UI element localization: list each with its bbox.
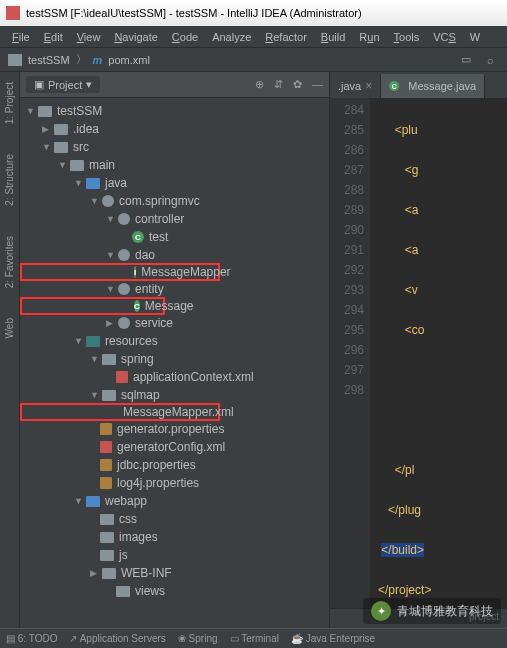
app-icon [6, 6, 20, 20]
tree-node-service[interactable]: ▶service [20, 314, 329, 332]
maven-icon: m [93, 54, 103, 66]
tree-node-gencfg[interactable]: generatorConfig.xml [20, 438, 329, 456]
tree-node-dao[interactable]: ▼dao [20, 246, 329, 264]
tree-node-main[interactable]: ▼main [20, 156, 329, 174]
tree-node-css[interactable]: css [20, 510, 329, 528]
menu-refactor[interactable]: Refactor [259, 29, 313, 45]
panel-header: ▣ Project ▾ ⊕ ⇵ ✿ — [20, 72, 329, 98]
tree-node-spring[interactable]: ▼spring [20, 350, 329, 368]
menu-build[interactable]: Build [315, 29, 351, 45]
tree-node-package[interactable]: ▼com.springmvc [20, 192, 329, 210]
tab-message[interactable]: CMessage.java [381, 74, 485, 98]
tree-node-sqlmap[interactable]: ▼sqlmap [20, 386, 329, 404]
tree-node-webapp[interactable]: ▼webapp [20, 492, 329, 510]
main-area: 1: Project 2: Structure 2: Favorites Web… [0, 72, 507, 628]
statusbar: ▤ 6: TODO ↗ Application Servers ❀ Spring… [0, 628, 507, 648]
editor-area: .java× CMessage.java 284285286 287288289… [330, 72, 507, 628]
menu-edit[interactable]: Edit [38, 29, 69, 45]
sidebar-tab-favorites[interactable]: 2: Favorites [4, 236, 15, 288]
tree-node-mapperxml[interactable]: MessageMapper.xml [20, 403, 220, 421]
line-gutter: 284285286 287288289 290291292 293294295 … [330, 98, 370, 608]
tree-node-webinf[interactable]: ▶WEB-INF [20, 564, 329, 582]
tree-node-js[interactable]: js [20, 546, 329, 564]
tree-node-appctx[interactable]: applicationContext.xml [20, 368, 329, 386]
tab-java[interactable]: .java× [330, 74, 381, 98]
tree-node-images[interactable]: images [20, 528, 329, 546]
wechat-icon: ✦ [371, 601, 391, 621]
panel-title-selector[interactable]: ▣ Project ▾ [26, 76, 100, 93]
editor-tabs: .java× CMessage.java [330, 72, 507, 98]
status-appservers[interactable]: ↗ Application Servers [69, 633, 165, 644]
status-todo[interactable]: ▤ 6: TODO [6, 633, 57, 644]
close-icon[interactable]: × [365, 79, 372, 93]
menu-view[interactable]: View [71, 29, 107, 45]
chevron-down-icon: ▾ [86, 78, 92, 91]
tree-node-views[interactable]: views [20, 582, 329, 600]
menubar: File Edit View Navigate Code Analyze Ref… [0, 26, 507, 48]
menu-navigate[interactable]: Navigate [108, 29, 163, 45]
tree-node-java[interactable]: ▼java [20, 174, 329, 192]
code-editor[interactable]: 284285286 287288289 290291292 293294295 … [330, 98, 507, 608]
tree-node-entity[interactable]: ▼entity [20, 280, 329, 298]
watermark: ✦ 青城博雅教育科技 [363, 598, 501, 624]
status-javaee[interactable]: ☕ Java Enterprise [291, 633, 375, 644]
window-titlebar: testSSM [F:\ideaIU\testSSM] - testSSM - … [0, 0, 507, 26]
left-toolbar: 1: Project 2: Structure 2: Favorites Web [0, 72, 20, 628]
tree-node-idea[interactable]: ▶.idea [20, 120, 329, 138]
tree-node-jdbc[interactable]: jdbc.properties [20, 456, 329, 474]
panel-title: Project [48, 79, 82, 91]
window-title: testSSM [F:\ideaIU\testSSM] - testSSM - … [26, 7, 362, 19]
hide-icon[interactable]: — [312, 78, 323, 91]
nav-file[interactable]: pom.xml [108, 54, 150, 66]
chevron-right-icon: 〉 [76, 52, 87, 67]
navigation-bar: testSSM 〉 m pom.xml ▭ ⌕ [0, 48, 507, 72]
target-icon[interactable]: ⊕ [255, 78, 264, 91]
gear-icon[interactable]: ✿ [293, 78, 302, 91]
tree-node-root[interactable]: ▼testSSM [20, 102, 329, 120]
sidebar-tab-project[interactable]: 1: Project [4, 82, 15, 124]
menu-vcs[interactable]: VCS [427, 29, 462, 45]
sidebar-tab-structure[interactable]: 2: Structure [4, 154, 15, 206]
collapse-icon[interactable]: ⇵ [274, 78, 283, 91]
terminal-icon[interactable]: ▭ [457, 51, 475, 69]
menu-code[interactable]: Code [166, 29, 204, 45]
menu-run[interactable]: Run [353, 29, 385, 45]
tree-node-resources[interactable]: ▼resources [20, 332, 329, 350]
tree-node-test[interactable]: Ctest [20, 228, 329, 246]
code-content[interactable]: <plu <g <a <a <v <co </pl </plug </build… [370, 98, 507, 608]
watermark-text: 青城博雅教育科技 [397, 603, 493, 620]
tree-node-genprop[interactable]: generator.properties [20, 420, 329, 438]
folder-icon [8, 54, 22, 66]
menu-tools[interactable]: Tools [388, 29, 426, 45]
project-panel: ▣ Project ▾ ⊕ ⇵ ✿ — ▼testSSM ▶.idea ▼src… [20, 72, 330, 628]
search-icon[interactable]: ⌕ [481, 51, 499, 69]
tree-node-message[interactable]: CMessage [20, 297, 165, 315]
project-tree[interactable]: ▼testSSM ▶.idea ▼src ▼main ▼java ▼com.sp… [20, 98, 329, 628]
tree-node-controller[interactable]: ▼controller [20, 210, 329, 228]
nav-root[interactable]: testSSM [28, 54, 70, 66]
tree-node-src[interactable]: ▼src [20, 138, 329, 156]
tree-node-log4j[interactable]: log4j.properties [20, 474, 329, 492]
menu-window[interactable]: W [464, 29, 486, 45]
status-spring[interactable]: ❀ Spring [178, 633, 218, 644]
menu-file[interactable]: File [6, 29, 36, 45]
menu-analyze[interactable]: Analyze [206, 29, 257, 45]
project-icon: ▣ [34, 78, 44, 91]
sidebar-tab-web[interactable]: Web [4, 318, 15, 338]
status-terminal[interactable]: ▭ Terminal [230, 633, 279, 644]
tree-node-messagemapper[interactable]: IMessageMapper [20, 263, 220, 281]
